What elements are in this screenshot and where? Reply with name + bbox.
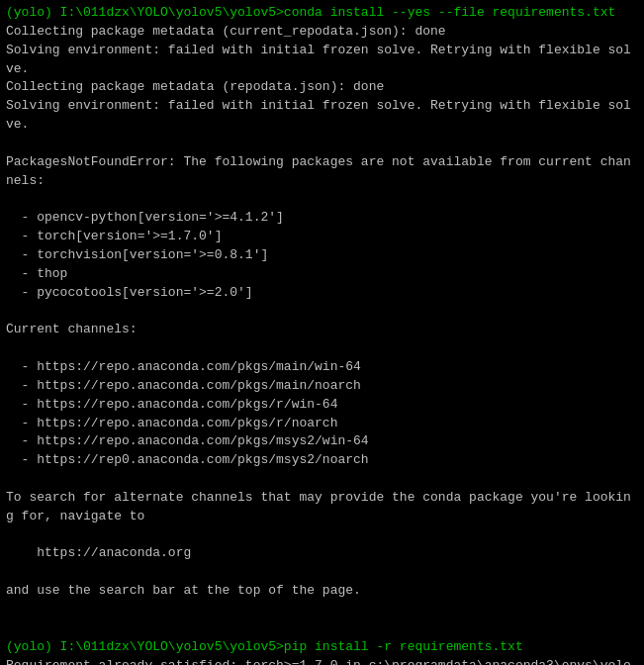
terminal-line: - https://repo.anaconda.com/pkgs/msys2/w… <box>6 432 638 451</box>
terminal-line-blank <box>6 563 638 582</box>
terminal-line: (yolo) I:\011dzx\YOLO\yolov5\yolov5>cond… <box>6 4 638 23</box>
terminal-line: https://anaconda.org <box>6 544 638 563</box>
terminal-line: - https://repo.anaconda.com/pkgs/main/wi… <box>6 358 638 377</box>
terminal-line-blank <box>6 135 638 153</box>
terminal-line: Requirement already satisfied: torch>=1.… <box>6 657 638 665</box>
terminal-line: - https://repo.anaconda.com/pkgs/main/no… <box>6 377 638 396</box>
terminal-line: (yolo) I:\011dzx\YOLO\yolov5\yolov5>pip … <box>6 638 638 657</box>
terminal-line: - thop <box>6 265 638 284</box>
terminal-line-blank <box>6 190 638 209</box>
terminal-line: - https://rep0.anaconda.com/pkgs/msys2/n… <box>6 451 638 470</box>
terminal-line: Solving environment: failed with initial… <box>6 97 638 135</box>
terminal-line-blank <box>6 619 638 638</box>
terminal-line-blank <box>6 526 638 545</box>
terminal-line: - torch[version='>=1.7.0'] <box>6 228 638 246</box>
terminal-line-blank <box>6 470 638 489</box>
terminal-line: To search for alternate channels that ma… <box>6 489 638 526</box>
terminal-line: - opencv-python[version='>=4.1.2'] <box>6 209 638 228</box>
terminal-line: Collecting package metadata (current_rep… <box>6 23 638 42</box>
terminal-line: PackagesNotFoundError: The following pac… <box>6 153 638 191</box>
terminal-line-blank <box>6 303 638 322</box>
terminal-line: - https://repo.anaconda.com/pkgs/r/noarc… <box>6 415 638 433</box>
terminal-line: - https://repo.anaconda.com/pkgs/r/win-6… <box>6 396 638 415</box>
terminal-line-blank <box>6 601 638 619</box>
terminal-line: and use the search bar at the top of the… <box>6 582 638 601</box>
terminal-line: - torchvision[version='>=0.8.1'] <box>6 246 638 265</box>
terminal-line: Solving environment: failed with initial… <box>6 42 638 79</box>
terminal-line-blank <box>6 339 638 358</box>
terminal-line: Collecting package metadata (repodata.js… <box>6 78 638 97</box>
terminal-line: - pycocotools[version='>=2.0'] <box>6 284 638 303</box>
terminal-window: (yolo) I:\011dzx\YOLO\yolov5\yolov5>cond… <box>6 4 638 665</box>
terminal-line: Current channels: <box>6 321 638 339</box>
terminal-output: (yolo) I:\011dzx\YOLO\yolov5\yolov5>cond… <box>6 4 638 665</box>
